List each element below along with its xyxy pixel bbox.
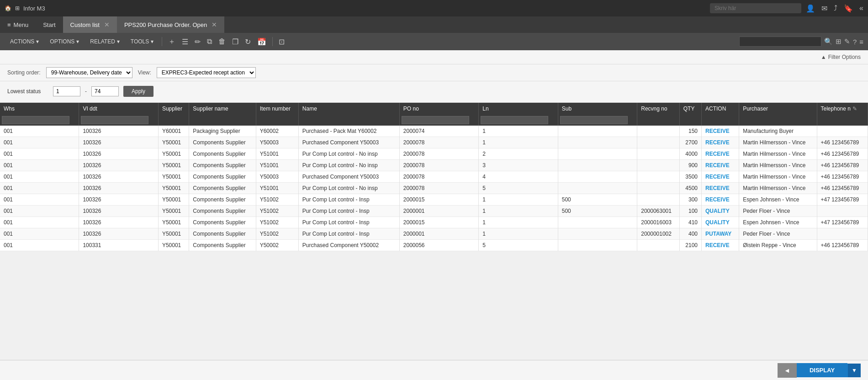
action-link[interactable]: RECEIVE bbox=[705, 139, 730, 146]
lowest-status-from-input[interactable] bbox=[53, 86, 80, 96]
cell-action[interactable]: QUALITY bbox=[702, 217, 739, 228]
help-icon[interactable]: ? bbox=[853, 38, 857, 46]
whs-filter-input[interactable] bbox=[2, 116, 69, 124]
vi-ddt-filter-input[interactable] bbox=[81, 116, 148, 124]
ln-filter-input[interactable] bbox=[481, 116, 548, 124]
cell-action[interactable]: RECEIVE bbox=[702, 126, 739, 137]
tab-custom-list[interactable]: Custom list ✕ bbox=[63, 16, 117, 33]
cell-sub bbox=[558, 240, 637, 251]
range-dash: - bbox=[85, 88, 87, 95]
share-icon[interactable]: ⤴ bbox=[834, 4, 837, 12]
collapse-icon[interactable]: « bbox=[859, 4, 863, 12]
apply-button[interactable]: Apply bbox=[123, 86, 153, 97]
cell-item-number: Y51001 bbox=[256, 160, 298, 171]
tab-pps200-close[interactable]: ✕ bbox=[212, 21, 217, 28]
back-button[interactable]: ◄ bbox=[778, 363, 797, 378]
grid-icon[interactable]: ⊞ bbox=[15, 5, 20, 11]
more-icon[interactable]: ≡ bbox=[859, 38, 863, 46]
table-row[interactable]: 001 100326 Y50001 Components Supplier Y5… bbox=[0, 228, 868, 240]
cell-action[interactable]: RECEIVE bbox=[702, 137, 739, 148]
pencil2-icon[interactable]: ✎ bbox=[844, 37, 850, 46]
table-row[interactable]: 001 100326 Y50001 Components Supplier Y5… bbox=[0, 148, 868, 160]
actions-menu[interactable]: ACTIONS ▾ bbox=[5, 37, 44, 47]
cell-action[interactable]: QUALITY bbox=[702, 206, 739, 217]
cell-vi-ddt: 100326 bbox=[79, 194, 158, 206]
display-button[interactable]: DISPLAY bbox=[797, 363, 847, 377]
cell-action[interactable]: RECEIVE bbox=[702, 194, 739, 206]
cell-action[interactable]: RECEIVE bbox=[702, 171, 739, 183]
action-link[interactable]: PUTAWAY bbox=[705, 231, 731, 237]
sorting-select[interactable]: 99-Warehouse, Delivery date bbox=[46, 67, 132, 78]
table-row[interactable]: 001 100326 Y50001 Components Supplier Y5… bbox=[0, 194, 868, 206]
global-search-input[interactable] bbox=[710, 3, 801, 13]
cell-action[interactable]: PUTAWAY bbox=[702, 228, 739, 240]
calendar-icon[interactable]: 📅 bbox=[254, 36, 270, 48]
edit-col-icon[interactable]: ✎ bbox=[852, 106, 857, 112]
bookmark-icon[interactable]: 🔖 bbox=[844, 4, 853, 13]
cell-po-no: 2000078 bbox=[399, 148, 478, 160]
action-link[interactable]: RECEIVE bbox=[705, 174, 730, 180]
related-menu[interactable]: RELATED ▾ bbox=[85, 37, 125, 47]
cell-action[interactable]: RECEIVE bbox=[702, 160, 739, 171]
cell-telephone: +46 123456789 bbox=[817, 160, 868, 171]
tab-pps200[interactable]: PPS200 Purchase Order. Open ✕ bbox=[117, 16, 224, 33]
cell-name: Pur Comp Lot control - No insp bbox=[298, 183, 399, 194]
lowest-status-to-input[interactable] bbox=[91, 86, 119, 96]
toolbar-search-input[interactable] bbox=[739, 37, 821, 47]
edit-icon[interactable]: ✏ bbox=[191, 36, 204, 48]
action-link[interactable]: RECEIVE bbox=[705, 128, 730, 134]
table-row[interactable]: 001 100331 Y50001 Components Supplier Y5… bbox=[0, 240, 868, 251]
cell-supplier: Y50001 bbox=[158, 160, 189, 171]
add-icon[interactable]: ＋ bbox=[165, 35, 179, 48]
col-item-number: Item number bbox=[256, 103, 298, 115]
cell-recvng-no: 2000063001 bbox=[637, 206, 680, 217]
user-icon[interactable]: 👤 bbox=[806, 4, 815, 13]
cell-item-number: Y50003 bbox=[256, 137, 298, 148]
action-link[interactable]: QUALITY bbox=[705, 219, 730, 226]
table-row[interactable]: 001 100326 Y50001 Components Supplier Y5… bbox=[0, 206, 868, 217]
action-link[interactable]: RECEIVE bbox=[705, 162, 730, 169]
home-icon[interactable]: 🏠 bbox=[5, 5, 11, 11]
tools-menu[interactable]: TOOLS ▾ bbox=[125, 37, 159, 47]
display-dropdown-button[interactable]: ▼ bbox=[847, 364, 861, 377]
action-link[interactable]: QUALITY bbox=[705, 208, 730, 214]
table-row[interactable]: 001 100326 Y50001 Components Supplier Y5… bbox=[0, 217, 868, 228]
delete-icon[interactable]: 🗑 bbox=[215, 36, 229, 48]
cell-telephone bbox=[817, 126, 868, 137]
cell-item-number: Y60002 bbox=[256, 126, 298, 137]
options-menu[interactable]: OPTIONS ▾ bbox=[44, 37, 85, 47]
cell-action[interactable]: RECEIVE bbox=[702, 183, 739, 194]
sub-filter-input[interactable] bbox=[560, 116, 628, 124]
tab-bar: ≡ Menu Start Custom list ✕ PPS200 Purcha… bbox=[0, 16, 868, 33]
filter-options-toggle[interactable]: ▲ Filter Options bbox=[821, 54, 861, 60]
table-row[interactable]: 001 100326 Y50001 Components Supplier Y5… bbox=[0, 171, 868, 183]
filter-supplier-name bbox=[189, 115, 256, 126]
action-link[interactable]: RECEIVE bbox=[705, 242, 730, 248]
search-icon[interactable]: 🔍 bbox=[824, 37, 833, 46]
cell-ln: 1 bbox=[479, 217, 558, 228]
related-label: RELATED bbox=[90, 38, 115, 45]
refresh-icon[interactable]: ↻ bbox=[242, 36, 254, 48]
grid2-icon[interactable]: ⊞ bbox=[836, 37, 842, 46]
copy-icon[interactable]: ⧉ bbox=[204, 36, 215, 48]
cell-action[interactable]: RECEIVE bbox=[702, 148, 739, 160]
po-no-filter-input[interactable] bbox=[402, 116, 469, 124]
cell-action[interactable]: RECEIVE bbox=[702, 240, 739, 251]
table-row[interactable]: 001 100326 Y60001 Packaging Supplier Y60… bbox=[0, 126, 868, 137]
tab-custom-list-close[interactable]: ✕ bbox=[104, 21, 110, 28]
duplicate-icon[interactable]: ❐ bbox=[229, 36, 242, 48]
action-link[interactable]: RECEIVE bbox=[705, 151, 730, 157]
table-row[interactable]: 001 100326 Y50001 Components Supplier Y5… bbox=[0, 137, 868, 148]
action-link[interactable]: RECEIVE bbox=[705, 185, 730, 191]
table-row[interactable]: 001 100326 Y50001 Components Supplier Y5… bbox=[0, 160, 868, 171]
list-icon[interactable]: ☰ bbox=[179, 36, 191, 48]
menu-button[interactable]: ≡ Menu bbox=[0, 16, 36, 33]
cell-qty: 4500 bbox=[679, 183, 701, 194]
mail-icon[interactable]: ✉ bbox=[821, 4, 827, 13]
table-row[interactable]: 001 100326 Y50001 Components Supplier Y5… bbox=[0, 183, 868, 194]
action-link[interactable]: RECEIVE bbox=[705, 196, 730, 203]
cell-purchaser: Peder Floer - Vince bbox=[739, 206, 817, 217]
expand-icon[interactable]: ⊡ bbox=[275, 36, 288, 48]
start-tab[interactable]: Start bbox=[36, 16, 63, 33]
view-select[interactable]: EXPREC3-Expected recept action bbox=[157, 67, 256, 78]
